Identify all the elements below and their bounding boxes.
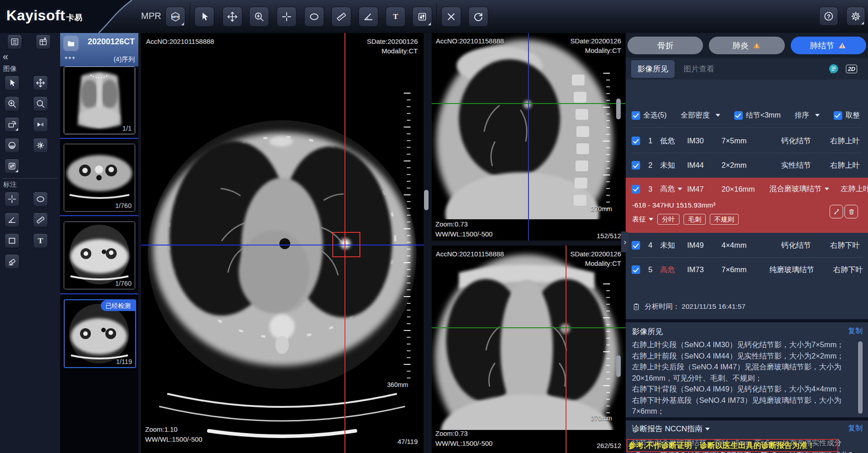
feature-tag[interactable]: 不规则 xyxy=(710,214,739,225)
angle-tool-button[interactable] xyxy=(359,7,378,27)
panel-tabs: 影像所见 图片查看 2D xyxy=(626,58,868,80)
side-window-preset-button[interactable] xyxy=(5,138,19,153)
nodule-row-1[interactable]: 1 低危 IM30 7×5mm 钙化结节 右肺上叶 xyxy=(626,129,868,153)
crosshair-tool-button[interactable] xyxy=(277,7,297,27)
nodule-size: 2×2mm xyxy=(722,161,769,170)
collapse-sidebar-button[interactable]: « xyxy=(3,51,8,63)
brand-text: Kayisoft xyxy=(6,7,65,24)
side-rectangle-button[interactable] xyxy=(5,233,19,248)
series-header[interactable]: 20200126CT *** (4)序列 xyxy=(60,33,138,66)
delete-nodule-button[interactable] xyxy=(844,205,858,218)
tab-findings[interactable]: 影像所见 xyxy=(631,60,675,78)
tab-image-view[interactable]: 图片查看 xyxy=(677,60,721,78)
mpr-layout-button[interactable]: MPR xyxy=(165,7,185,27)
ruler-tool-button[interactable] xyxy=(331,7,351,27)
reset-view-button[interactable] xyxy=(468,7,488,27)
module-pneumonia[interactable]: 肺炎 xyxy=(709,37,784,54)
axial-scrollbar-thumb[interactable] xyxy=(424,190,429,210)
sort-dropdown[interactable]: 排序 xyxy=(795,111,820,120)
side-text-button[interactable]: T xyxy=(33,233,48,248)
nodule-checkbox[interactable] xyxy=(632,265,640,274)
pan-tool-button[interactable] xyxy=(222,7,242,27)
module-lung-nodule[interactable]: 肺结节 xyxy=(791,37,866,54)
flip-icon xyxy=(38,123,43,127)
findings-scrollbar-thumb[interactable] xyxy=(858,341,863,414)
select-all-control[interactable]: 全选(5) xyxy=(632,111,667,120)
nodule-row-3-main[interactable]: 3 高危 IM47 20×16mm 混合磨玻璃结节 左肺上叶 xyxy=(626,179,868,199)
thumbnail-axial-selected[interactable]: 已经检测 1/119 xyxy=(64,299,136,368)
nodule-type-dropdown[interactable]: 混合磨玻璃结节 xyxy=(769,184,829,194)
density-dropdown[interactable]: 全部密度 xyxy=(681,111,720,120)
nodule-row-2[interactable]: 2 未知 IM44 2×2mm 实性结节 右肺上叶 xyxy=(626,153,868,177)
side-adjust-button[interactable] xyxy=(5,159,19,174)
series-list-button[interactable] xyxy=(7,34,22,49)
coronal-scrollbar-thumb[interactable] xyxy=(616,355,621,377)
side-pointer-button[interactable] xyxy=(5,76,19,90)
side-flip-button[interactable] xyxy=(33,117,48,132)
nodule-row-4[interactable]: 4 未知 IM49 4×4mm 钙化结节 右肺下叶 xyxy=(626,233,868,257)
scale-label: 270mm xyxy=(591,415,612,422)
side-angle-button[interactable] xyxy=(5,212,19,227)
feature-tag[interactable]: 分叶 xyxy=(657,214,679,225)
settings-button[interactable] xyxy=(846,7,865,26)
nodule-checkbox[interactable] xyxy=(632,161,640,170)
side-ruler-button[interactable] xyxy=(33,212,48,227)
module-fracture[interactable]: 骨折 xyxy=(627,37,703,54)
pointer-tool-button[interactable] xyxy=(194,7,214,27)
axial-viewport[interactable]: AccNO:202101158888 SDate:20200126 Modali… xyxy=(141,33,424,453)
coronal-viewport[interactable]: AccNO:202101158888 SDate:20200126 Modali… xyxy=(432,245,626,453)
nodule-checkbox[interactable] xyxy=(632,185,640,193)
series-count: (4)序列 xyxy=(113,55,135,64)
follow-up-button[interactable] xyxy=(830,205,843,218)
findings-copy-link[interactable]: 复制 xyxy=(848,326,863,336)
window-level-button[interactable] xyxy=(412,7,432,27)
report-bubble-icon[interactable] xyxy=(828,63,839,74)
nodule-row-5[interactable]: 5 高危 IM73 7×6mm 纯磨玻璃结节 右肺下叶 xyxy=(626,258,868,282)
side-crosshair-button[interactable] xyxy=(5,192,19,207)
sagittal-scrollbar-thumb[interactable] xyxy=(616,99,621,119)
side-brightness-button[interactable] xyxy=(33,138,48,153)
thumbnail-scout[interactable]: 1/1 xyxy=(64,66,135,134)
report-title-dropdown[interactable]: 诊断报告 NCCN指南 xyxy=(632,424,710,434)
side-pan-button[interactable] xyxy=(33,76,48,90)
modality: Modality:CT xyxy=(585,260,621,267)
nodule-im: IM47 xyxy=(687,185,722,193)
round-control[interactable]: 取整 xyxy=(834,111,860,120)
thumbnail-axial-1[interactable]: 1/760 xyxy=(64,144,135,212)
nodule-risk-dropdown[interactable]: 高危 xyxy=(660,184,687,194)
side-zoom-button[interactable] xyxy=(5,96,19,111)
side-ellipse-button[interactable] xyxy=(33,192,48,207)
images-section-label: 图像 xyxy=(3,65,17,73)
zoom-in-icon xyxy=(255,13,263,21)
nodule-location-dropdown[interactable]: 左肺上叶 xyxy=(829,184,868,194)
sagittal-viewport[interactable]: AccNO:202101158888 SDate:20200126 Modali… xyxy=(432,33,626,241)
side-magnify-button[interactable] xyxy=(33,96,48,111)
scale-ruler-major xyxy=(603,73,610,209)
open-study-button[interactable] xyxy=(63,36,79,51)
panel-collapse-handle[interactable]: › xyxy=(621,231,629,252)
feature-tag[interactable]: 毛刺 xyxy=(684,214,706,225)
small-nodule-checkbox[interactable] xyxy=(734,111,743,120)
close-layout-button[interactable] xyxy=(36,34,51,49)
nodule-type: 混合磨玻璃结节 xyxy=(769,184,822,193)
analysis-time: 分析时间： 2021/11/15 16:41:57 xyxy=(645,302,745,311)
report-copy-link[interactable]: 复制 xyxy=(848,424,863,433)
app-logo: Kayisoft 卡易 xyxy=(6,7,82,24)
window-setting: WW/WL:1500/-500 xyxy=(435,439,493,447)
round-checkbox[interactable] xyxy=(834,111,842,120)
text-tool-button[interactable]: T xyxy=(386,7,406,27)
nodule-row-3-selected[interactable]: 3 高危 IM47 20×16mm 混合磨玻璃结节 左肺上叶 -618 - 34… xyxy=(626,178,868,233)
zoom-tool-button[interactable] xyxy=(249,7,269,27)
nodule-checkbox[interactable] xyxy=(632,241,640,250)
side-rotate-button[interactable] xyxy=(5,117,19,132)
delete-annotation-button[interactable] xyxy=(441,7,461,27)
thumbnail-axial-2[interactable]: 1/760 xyxy=(64,222,135,289)
ellipse-tool-button[interactable] xyxy=(304,7,324,27)
side-eraser-button[interactable] xyxy=(5,254,19,269)
select-all-checkbox[interactable] xyxy=(632,111,640,120)
feature-dropdown[interactable]: 表征 xyxy=(632,215,653,224)
help-button[interactable]: ? xyxy=(819,7,838,26)
nodule-checkbox[interactable] xyxy=(632,137,640,145)
small-nodule-control[interactable]: 结节<3mm xyxy=(734,111,781,120)
2d-mode-button[interactable]: 2D xyxy=(846,65,857,73)
